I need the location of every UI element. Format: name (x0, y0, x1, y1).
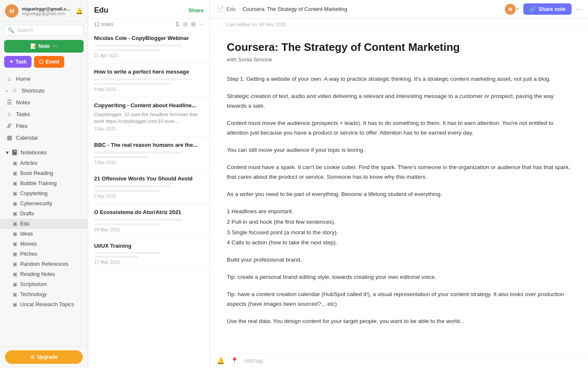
note-paragraph: Tip: have a content creation calendar (H… (227, 290, 571, 309)
note-item[interactable]: How to write a perfect hero message 9 Ap… (88, 64, 210, 97)
nav-item-notes[interactable]: ☰ Notes (0, 96, 88, 108)
note-preview-bar (94, 156, 149, 158)
share-note-button[interactable]: 🔗 Share note (523, 3, 572, 15)
note-date: 3 Apr 2021 (94, 160, 204, 165)
notes-tools: ⇅ ⊟ ⊞ ··· (175, 21, 204, 27)
avatar-dropdown-icon[interactable]: ▾ (517, 6, 519, 12)
notebook-item-movies[interactable]: ▣ Movies (0, 239, 88, 249)
nav-item-home[interactable]: ⌂ Home (0, 73, 88, 85)
note-item[interactable]: BBC - The real reason humans are the... … (88, 137, 210, 170)
notebook-icon: ▣ (13, 251, 17, 257)
note-paragraph: Step 1: Getting a website of your own. A… (227, 74, 571, 84)
notebooks-label: Notebooks (21, 149, 47, 156)
more-icon[interactable]: ··· (199, 21, 204, 27)
notebook-item-drafts[interactable]: ▣ Drafts (0, 209, 88, 219)
notebook-item-scriptorium[interactable]: ▣ Scriptorium (0, 279, 88, 289)
notebook-item-readingnotes[interactable]: ▣ Reading Notes (0, 269, 88, 279)
notebook-item-pitches[interactable]: ▣ Pitches (0, 249, 88, 259)
nav-item-shortcuts[interactable]: ▸ ☆ Shortcuts (0, 85, 88, 96)
note-item[interactable]: UI/UX Training 17 Mar 2021 (88, 238, 210, 270)
note-item[interactable]: Copywriting - Content about Headline... … (88, 97, 210, 137)
notebook-item-randomreferences[interactable]: ▣ Random References (0, 259, 88, 269)
note-preview-bar (94, 256, 138, 258)
upgrade-button[interactable]: ⊙ Upgrade (5, 350, 83, 364)
new-note-button[interactable]: 📝 Note ··· (4, 40, 84, 53)
add-tag-button[interactable]: Add tag (244, 358, 262, 364)
notebook-item-copywriting[interactable]: ▣ Copywriting (0, 188, 88, 199)
notes-list-share-button[interactable]: Share (189, 7, 204, 13)
home-icon: ⌂ (6, 75, 13, 82)
nav-item-tasks[interactable]: ○ Tasks (0, 108, 88, 120)
content-meta: Last edited on 16 Nov 2020 (210, 19, 588, 31)
notebooks-header[interactable]: ▾ 📓 Notebooks (0, 147, 88, 158)
notebooks-icon: 📓 (11, 149, 18, 156)
breadcrumb-note: Coursera: The Strategy of Content Market… (242, 6, 347, 12)
content-more-button[interactable]: ··· (576, 5, 581, 13)
note-preview-bar (94, 49, 160, 51)
note-paragraph: As a writer you need to be part of every… (227, 190, 571, 199)
notebook-item-articles[interactable]: ▣ Articles (0, 158, 88, 168)
note-paragraph: Tip: create a personal brand editing sty… (227, 273, 571, 282)
note-paragraph: Build your professional brand. (227, 255, 571, 265)
notebook-item-bookreading[interactable]: ▣ Book Reading (0, 168, 88, 178)
main-content: 📄 Edu › Coursera: The Strategy of Conten… (210, 0, 588, 368)
upgrade-icon: ⊙ (30, 354, 34, 360)
notebook-item-bubbletraining[interactable]: ▣ Bubble Training (0, 178, 88, 188)
notebook-icon: ▣ (13, 271, 17, 277)
note-title: BBC - The real reason humans are the... (94, 142, 204, 149)
search-icon: 🔍 (8, 27, 14, 33)
note-item[interactable]: 21 Offensive Words You Should Avoid 2 Ap… (88, 170, 210, 204)
note-date: 17 Mar 2021 (94, 259, 204, 265)
note-preview-bar (94, 185, 171, 187)
note-more-button[interactable]: ··· (53, 43, 58, 50)
notes-list-panel: Edu Share 12 notes ⇅ ⊟ ⊞ ··· Nicolas Col… (88, 0, 210, 368)
share-icon: 🔗 (529, 6, 536, 12)
notebooks-caret-icon: ▾ (6, 149, 9, 156)
notebook-item-ideas[interactable]: ▣ Ideas (0, 229, 88, 239)
reminder-icon[interactable]: 🔔 (217, 357, 225, 365)
avatar: M (5, 4, 18, 18)
new-task-button[interactable]: ✦ Task (4, 56, 32, 68)
note-item[interactable]: O Ecossistema do Ator/Atriz 2021 29 Mar … (88, 204, 210, 238)
notebook-icon: ▣ (13, 302, 17, 307)
note-body: Coursera: The Strategy of Content Market… (210, 31, 588, 353)
notebook-item-technology[interactable]: ▣ Technology (0, 289, 88, 299)
upgrade-bar: ⊙ Upgrade (0, 346, 88, 368)
nav-item-calendar[interactable]: ▦ Calendar (0, 132, 88, 143)
user-avatar-small: M (505, 4, 516, 15)
note-title: Nicolas Cole - CopyBlogger Webinar (94, 35, 204, 42)
search-placeholder: Search (17, 27, 33, 33)
note-preview-bar (94, 45, 182, 47)
notebook-item-edu[interactable]: ▣ Edu (0, 219, 88, 229)
new-event-button[interactable]: ⬡ Event (34, 56, 64, 68)
note-item[interactable]: Nicolas Cole - CopyBlogger Webinar 21 Ap… (88, 30, 210, 64)
notebook-icon: ▣ (13, 231, 17, 237)
notebook-item-uncatresearchtopics[interactable]: ▣ Uncat Research Topics (0, 299, 88, 310)
note-preview-bar (94, 223, 160, 225)
search-box[interactable]: 🔍 Search (4, 25, 84, 36)
filter-icon[interactable]: ⊟ (183, 21, 188, 27)
location-icon[interactable]: 📍 (231, 357, 239, 365)
breadcrumb-notebook[interactable]: Edu (226, 6, 236, 12)
user-avatar-group: M ▾ (505, 4, 519, 15)
notebook-icon: ▣ (13, 160, 17, 166)
event-icon: ⬡ (39, 59, 43, 65)
note-type-icon: 📄 (217, 6, 224, 13)
note-title-heading: Coursera: The Strategy of Content Market… (227, 41, 571, 54)
bell-icon[interactable]: 🔔 (76, 8, 83, 14)
sort-icon[interactable]: ⇅ (175, 21, 180, 27)
notebook-icon: ▣ (13, 211, 17, 217)
notes-list-meta: 12 notes ⇅ ⊟ ⊞ ··· (88, 19, 210, 30)
notebook-item-cybersecurity[interactable]: ▣ Cybersecurity (0, 199, 88, 209)
note-paragraph: Use the real data. You design content fo… (227, 317, 571, 326)
note-preview-bar (94, 190, 160, 192)
notebook-icon: ▣ (13, 261, 17, 267)
notes-icon: ☰ (6, 99, 13, 106)
files-icon: 🖇 (6, 122, 13, 129)
note-preview-bar (94, 151, 182, 154)
caret-icon: ▸ (6, 88, 8, 93)
note-list-item: 2 Pull-in and hook (the first few senten… (227, 217, 571, 227)
nav-item-files[interactable]: 🖇 Files (0, 120, 88, 132)
notes-count: 12 notes (94, 21, 113, 27)
view-icon[interactable]: ⊞ (191, 21, 196, 27)
